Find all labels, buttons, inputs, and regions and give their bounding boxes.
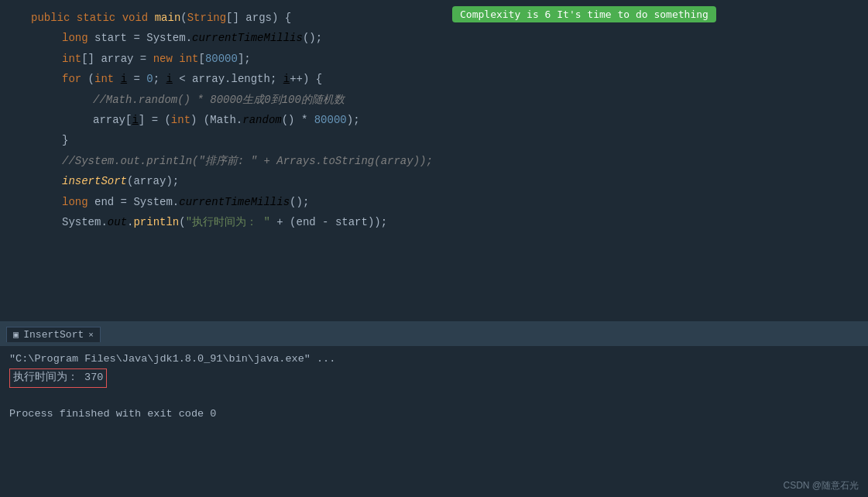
system-class-3: System [62,214,101,231]
var-i-2: i [166,70,173,87]
code-line-1: public static void main ( String [] args… [0,8,868,28]
code-line-2: long start = System . currentTimeMillis … [0,28,868,48]
code-line-9: insertSort (array); [0,171,868,191]
execution-time-box: 执行时间为： 370 [9,368,107,388]
var-i-1: i [121,70,127,87]
fn-main: main [155,9,181,26]
keyword-long-2: long [62,194,88,211]
fn-insertsort: insertSort [62,173,127,190]
keyword-int-3: int [94,70,114,87]
code-line-4: for ( int i = 0 ; i < array.length; i ++… [0,69,868,89]
fn-random: random [242,111,281,129]
keyword-void: void [122,9,149,26]
code-line-3: int [] array = new int [ 80000 ]; [0,49,868,69]
editor-area: Complexity is 6 It's time to do somethin… [0,0,868,321]
code-line-6: array[ i ] = ( int ) (Math. random () * … [0,110,868,130]
fn-out: out [108,214,127,231]
fn-println: println [133,214,179,231]
terminal-line-1: "C:\Program Files\Java\jdk1.8.0_91\bin\j… [9,351,859,368]
keyword-public: public [31,9,70,26]
system-class-1: System [146,29,185,46]
complexity-tooltip: Complexity is 6 It's time to do somethin… [452,6,716,22]
str-exec-time: "执行时间为： " [186,214,270,231]
terminal-line-3 [9,388,859,406]
keyword-int-cast: int [171,111,190,129]
comment-1: //Math.random() * 80000生成0到100的随机数 [93,91,345,108]
fn-currenttimemillis-2: currentTimeMillis [179,194,290,211]
num-0: 0 [146,70,153,87]
terminal-line-2: 执行时间为： 370 [9,368,859,388]
system-class-2: System [133,194,172,211]
num-80000-1: 80000 [205,50,238,67]
comment-2: //System.out.println("排序前: " + Arrays.to… [62,153,433,170]
code-line-10: long end = System . currentTimeMillis ()… [0,192,868,212]
terminal-tab-close[interactable]: × [88,331,94,340]
num-80000-2: 80000 [314,111,347,129]
terminal-line-4: Process finished with exit code 0 [9,406,859,423]
code-line-7: } [0,130,868,150]
terminal-area: ▣ InsertSort × "C:\Program Files\Java\jd… [0,321,868,497]
terminal-tab-icon: ▣ [13,329,19,341]
keyword-int-2: int [179,50,198,67]
var-i-3: i [283,70,290,87]
code-line-11: System . out . println ( "执行时间为： " + (en… [0,212,868,232]
terminal-tab-label: InsertSort [23,329,84,341]
type-string: String [187,9,226,26]
fn-currenttimemillis-1: currentTimeMillis [192,29,303,46]
keyword-new: new [153,50,173,67]
keyword-long-1: long [62,29,88,46]
keyword-for: for [62,70,81,87]
keyword-static: static [77,9,115,26]
code-line-5: //Math.random() * 80000生成0到100的随机数 [0,90,868,110]
terminal-body: "C:\Program Files\Java\jdk1.8.0_91\bin\j… [0,346,868,497]
terminal-tab-insertsort[interactable]: ▣ InsertSort × [6,327,101,342]
terminal-wrapper: ▣ InsertSort × "C:\Program Files\Java\jd… [0,321,868,497]
terminal-tab-bar: ▣ InsertSort × [0,323,868,346]
code-line-8: //System.out.println("排序前: " + Arrays.to… [0,151,868,171]
keyword-int-1: int [62,50,81,67]
var-i-4: i [132,111,138,129]
watermark: CSDN @随意石光 [783,479,859,492]
